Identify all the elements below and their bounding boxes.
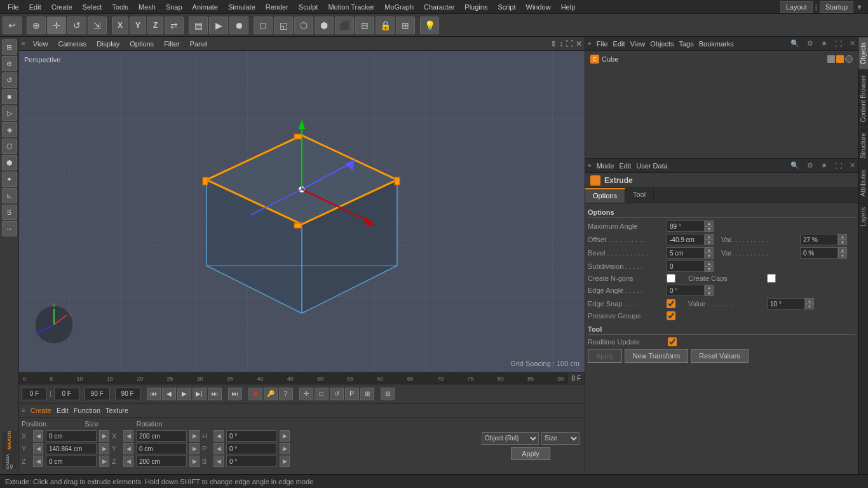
vtab-structure[interactable]: Structure bbox=[858, 127, 868, 164]
x-position-field[interactable] bbox=[46, 430, 97, 442]
end2-frame-field[interactable] bbox=[115, 388, 140, 400]
scale-tool-button[interactable]: ⇲ bbox=[88, 17, 107, 34]
menu-mesh[interactable]: Mesh bbox=[133, 2, 161, 12]
menu-sculpt[interactable]: Sculpt bbox=[294, 2, 323, 12]
menu-animate[interactable]: Animate bbox=[187, 2, 223, 12]
record-btn[interactable]: ⏺ bbox=[248, 388, 262, 400]
attr-apply-button[interactable]: Apply bbox=[588, 349, 622, 363]
object-mode-dropdown[interactable]: Object (Rel) bbox=[482, 432, 539, 445]
edge-angle-field[interactable] bbox=[667, 285, 705, 296]
snap-button[interactable]: 🔒 bbox=[376, 17, 395, 34]
create-caps-checkbox[interactable] bbox=[767, 274, 776, 283]
p-rotation-field[interactable] bbox=[226, 443, 277, 454]
menu-help[interactable]: Help bbox=[556, 2, 581, 12]
x-pos-down-btn[interactable]: ◀ bbox=[33, 430, 43, 442]
obj-tags-menu[interactable]: Tags bbox=[679, 40, 694, 48]
rotate-tool-button[interactable]: ↺ bbox=[67, 17, 86, 34]
p-down-btn[interactable]: ◀ bbox=[214, 443, 224, 454]
b-rotation-field[interactable] bbox=[226, 456, 277, 467]
obj-file-menu[interactable]: File bbox=[597, 40, 608, 48]
render-view-button[interactable]: ▤ bbox=[189, 17, 208, 34]
offset-var-up-btn[interactable]: ▲ bbox=[838, 234, 847, 240]
workplane-button[interactable]: ⊟ bbox=[355, 17, 374, 34]
end-frame-field[interactable] bbox=[85, 388, 110, 400]
offset-down-btn[interactable]: ▼ bbox=[705, 240, 714, 245]
menu-motion-tracker[interactable]: Motion Tracker bbox=[323, 2, 379, 12]
timeline-btn[interactable]: ⊟ bbox=[381, 388, 395, 400]
x-size-down-btn[interactable]: ◀ bbox=[123, 430, 133, 442]
display-menu[interactable]: Display bbox=[94, 40, 122, 48]
menu-character[interactable]: Character bbox=[419, 2, 459, 12]
auto-key-btn[interactable]: 🔑 bbox=[264, 388, 278, 400]
move-key-btn[interactable]: ✛ bbox=[299, 388, 313, 400]
record-button[interactable]: ⏺ bbox=[229, 17, 248, 34]
polygon-mode-button[interactable]: ⬡ bbox=[294, 17, 313, 34]
viewport-close-btn[interactable]: ✕ bbox=[576, 39, 582, 48]
attr-userdata-menu[interactable]: User Data bbox=[636, 162, 668, 170]
play-btn[interactable]: ▶ bbox=[177, 388, 191, 400]
create-ngons-checkbox[interactable] bbox=[667, 274, 675, 283]
menu-edit[interactable]: Edit bbox=[24, 2, 46, 12]
y-size-up-btn[interactable]: ▶ bbox=[189, 443, 200, 454]
y-pos-down-btn[interactable]: ◀ bbox=[33, 443, 43, 454]
realtime-checkbox[interactable] bbox=[668, 337, 677, 346]
grid-button[interactable]: ⊞ bbox=[396, 17, 415, 34]
go-to-end-btn[interactable]: ⏭ bbox=[208, 388, 222, 400]
object-item-cube[interactable]: C Cube bbox=[588, 53, 855, 65]
menu-file[interactable]: File bbox=[3, 2, 24, 12]
offset-field[interactable] bbox=[667, 234, 705, 245]
viewport-arrows-btn[interactable]: ↕ bbox=[559, 39, 563, 48]
bevel-field[interactable] bbox=[667, 247, 705, 259]
menu-render[interactable]: Render bbox=[261, 2, 294, 12]
menu-snap[interactable]: Snap bbox=[161, 2, 187, 12]
y-size-down-btn[interactable]: ◀ bbox=[123, 443, 133, 454]
vtab-attributes[interactable]: Attributes bbox=[858, 164, 868, 201]
bevel-var-field[interactable] bbox=[800, 247, 838, 259]
h-up-btn[interactable]: ▶ bbox=[280, 430, 290, 442]
viewport-expand-btn[interactable]: ⇕ bbox=[550, 39, 557, 48]
edge-snap-checkbox[interactable] bbox=[667, 299, 675, 308]
rot-key-btn[interactable]: ↺ bbox=[330, 388, 344, 400]
obj-view-menu[interactable]: View bbox=[630, 40, 646, 48]
menu-simulate[interactable]: Simulate bbox=[223, 2, 261, 12]
offset-var-field[interactable] bbox=[800, 234, 838, 245]
h-rotation-field[interactable] bbox=[226, 430, 277, 442]
next-frame-btn[interactable]: ▶| bbox=[193, 388, 207, 400]
select-mode-button[interactable]: ⊕ bbox=[27, 17, 46, 34]
obj-edit-menu[interactable]: Edit bbox=[613, 40, 625, 48]
y-axis-button[interactable]: Y bbox=[130, 17, 146, 34]
bottom-edit-item[interactable]: Edit bbox=[57, 407, 69, 414]
reset-values-button[interactable]: Reset Values bbox=[691, 349, 749, 363]
bottom-function-item[interactable]: Function bbox=[74, 407, 100, 414]
vtab-layers[interactable]: Layers bbox=[858, 201, 868, 231]
sidebar-btn-9[interactable]: ⊾ bbox=[2, 188, 17, 203]
subdivision-down-btn[interactable]: ▼ bbox=[705, 266, 714, 272]
sidebar-btn-2[interactable]: ↺ bbox=[2, 72, 17, 88]
sidebar-btn-6[interactable]: ⬡ bbox=[2, 139, 17, 154]
play-button[interactable]: ▶ bbox=[209, 17, 228, 34]
viewport[interactable]: Perspective bbox=[19, 51, 585, 372]
current-frame-field[interactable] bbox=[54, 388, 79, 400]
prev-frame-btn[interactable]: ◀ bbox=[162, 388, 176, 400]
z-size-down-btn[interactable]: ◀ bbox=[123, 456, 133, 467]
sidebar-btn-1[interactable]: ⊕ bbox=[2, 56, 17, 71]
z-size-up-btn[interactable]: ▶ bbox=[189, 456, 200, 467]
z-position-field[interactable] bbox=[46, 456, 97, 467]
edge-angle-down-btn[interactable]: ▼ bbox=[705, 290, 714, 296]
object-mode-button[interactable]: ◻ bbox=[254, 17, 273, 34]
sidebar-btn-5[interactable]: ◈ bbox=[2, 122, 17, 137]
bevel-var-up-btn[interactable]: ▲ bbox=[838, 247, 847, 253]
b-up-btn[interactable]: ▶ bbox=[280, 456, 290, 467]
layout-button[interactable]: Layout bbox=[780, 1, 813, 13]
x-axis-button[interactable]: X bbox=[112, 17, 128, 34]
offset-var-down-btn[interactable]: ▼ bbox=[838, 240, 847, 245]
bottom-create-item[interactable]: Create bbox=[31, 407, 51, 414]
value-down-btn[interactable]: ▼ bbox=[805, 304, 814, 309]
y-pos-up-btn[interactable]: ▶ bbox=[99, 443, 109, 454]
sidebar-btn-8[interactable]: ✦ bbox=[2, 172, 17, 187]
panel-menu[interactable]: Panel bbox=[187, 40, 210, 48]
menu-select[interactable]: Select bbox=[78, 2, 107, 12]
p-up-btn[interactable]: ▶ bbox=[280, 443, 290, 454]
h-down-btn[interactable]: ◀ bbox=[214, 430, 224, 442]
sidebar-btn-7[interactable]: ⬢ bbox=[2, 155, 17, 170]
